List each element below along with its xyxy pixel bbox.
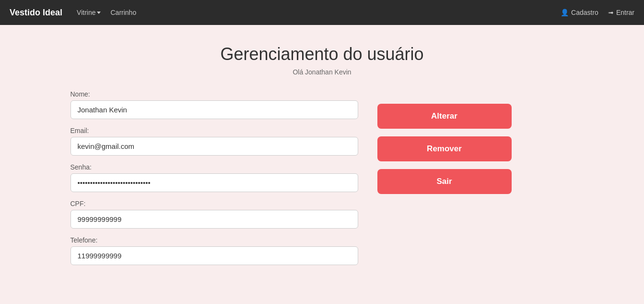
- navbar-brand[interactable]: Vestido Ideal: [10, 8, 62, 18]
- senha-label: Senha:: [70, 163, 358, 171]
- telefone-group: Telefone:: [70, 236, 358, 265]
- buttons-section: Alterar Remover Sair: [377, 90, 512, 273]
- nome-input[interactable]: [70, 100, 358, 119]
- nav-item-vitrine[interactable]: Vitrine: [77, 9, 101, 16]
- cadastro-label: Cadastro: [571, 9, 598, 16]
- nav-right: 👤 Cadastro ➟ Entrar: [561, 9, 634, 16]
- vitrine-label: Vitrine: [77, 9, 95, 16]
- page-title: Gerenciamento do usuário: [29, 44, 615, 64]
- entrar-label: Entrar: [616, 9, 634, 16]
- email-label: Email:: [70, 127, 358, 134]
- cpf-label: CPF:: [70, 200, 358, 207]
- remover-button[interactable]: Remover: [377, 136, 512, 161]
- sair-button[interactable]: Sair: [377, 169, 512, 194]
- alterar-button[interactable]: Alterar: [377, 104, 512, 129]
- nav-links: Vitrine Carrinho: [77, 9, 561, 16]
- nav-entrar[interactable]: ➟ Entrar: [608, 9, 634, 16]
- form-section: Nome: Email: Senha: CPF: Telefone:: [70, 90, 358, 273]
- signin-icon: ➟: [608, 9, 614, 16]
- senha-group: Senha:: [70, 163, 358, 192]
- email-input[interactable]: [70, 137, 358, 156]
- telefone-input[interactable]: [70, 246, 358, 265]
- senha-input[interactable]: [70, 173, 358, 192]
- nav-item-carrinho[interactable]: Carrinho: [110, 9, 136, 16]
- nome-label: Nome:: [70, 90, 358, 98]
- nome-group: Nome:: [70, 90, 358, 119]
- telefone-label: Telefone:: [70, 236, 358, 244]
- email-group: Email:: [70, 127, 358, 156]
- content-grid: Nome: Email: Senha: CPF: Telefone:: [70, 90, 574, 273]
- main-content: Gerenciamento do usuário Olá Jonathan Ke…: [0, 25, 644, 292]
- cpf-input[interactable]: [70, 210, 358, 229]
- vitrine-chevron-icon: [97, 12, 101, 14]
- user-icon: 👤: [561, 9, 569, 16]
- nav-cadastro[interactable]: 👤 Cadastro: [561, 9, 598, 16]
- page-subtitle: Olá Jonathan Kevin: [29, 68, 615, 76]
- navbar: Vestido Ideal Vitrine Carrinho 👤 Cadastr…: [0, 0, 644, 25]
- cpf-group: CPF:: [70, 200, 358, 229]
